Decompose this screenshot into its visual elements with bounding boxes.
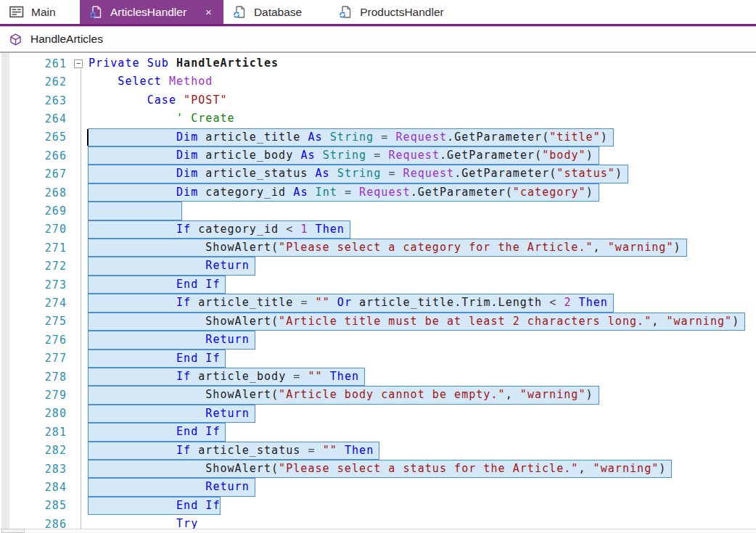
- code-line[interactable]: 269: [0, 202, 756, 220]
- line-number[interactable]: 282: [0, 444, 67, 457]
- code-line[interactable]: 272 Return: [0, 257, 756, 275]
- code-token: [330, 296, 337, 309]
- code-token: ): [659, 462, 666, 475]
- code-line[interactable]: 283 ShowAlert("Please select a status fo…: [0, 460, 756, 478]
- line-number[interactable]: 266: [0, 149, 67, 162]
- code-token: [89, 444, 176, 457]
- code-line[interactable]: 273 End If: [0, 276, 756, 294]
- line-number[interactable]: 283: [0, 463, 67, 476]
- code-token: =: [345, 186, 352, 199]
- line-number[interactable]: 281: [0, 426, 67, 439]
- code-line[interactable]: 275 ShowAlert("Article title must be at …: [0, 313, 756, 331]
- line-number[interactable]: 280: [0, 407, 67, 420]
- code-token: .GetParameter(: [447, 131, 549, 144]
- code-token: [381, 167, 388, 180]
- line-number[interactable]: 264: [0, 112, 67, 125]
- code-token: "Please select a category for the Articl…: [279, 241, 593, 254]
- code-token: category_id: [198, 186, 293, 199]
- code-text: End If: [89, 350, 220, 368]
- code-token: As: [316, 167, 330, 180]
- code-text: ' Create: [89, 110, 235, 128]
- code-token: Then: [345, 444, 374, 457]
- code-line[interactable]: 270 If category_id < 1 Then: [0, 220, 756, 239]
- close-icon[interactable]: ×: [204, 7, 213, 17]
- code-line[interactable]: 281 End If: [0, 423, 756, 441]
- line-number[interactable]: 284: [0, 481, 67, 494]
- code-line[interactable]: 262 Select Method: [0, 73, 756, 91]
- tab-articleshandler[interactable]: ArticlesHandler ×: [80, 0, 223, 24]
- code-line[interactable]: 261−Private Sub HandleArticles: [0, 54, 756, 73]
- line-number[interactable]: 278: [0, 371, 67, 384]
- line-number[interactable]: 269: [0, 204, 67, 218]
- code-token: ): [601, 131, 608, 144]
- code-line[interactable]: 277 End If: [0, 350, 756, 368]
- tab-label: ProductsHandler: [360, 6, 443, 19]
- code-line[interactable]: 267 Dim article_status As String = Reque…: [0, 165, 756, 183]
- code-token: ): [586, 149, 593, 162]
- code-token: [337, 444, 345, 457]
- code-line[interactable]: 285 End If: [0, 497, 756, 515]
- code-editor[interactable]: 261−Private Sub HandleArticles262 Select…: [0, 53, 756, 533]
- tab-productshandler[interactable]: ProductsHandler: [329, 0, 459, 24]
- code-text: ShowAlert("Please select a status for th…: [89, 460, 666, 478]
- line-number[interactable]: 275: [0, 315, 67, 328]
- code-line[interactable]: 279 ShowAlert("Article body cannot be em…: [0, 386, 756, 404]
- code-token: "Article title must be at least 2 charac…: [279, 315, 652, 328]
- line-number[interactable]: 262: [0, 75, 67, 88]
- tab-database[interactable]: Database: [223, 0, 318, 24]
- line-number[interactable]: 263: [0, 94, 67, 107]
- code-line[interactable]: 265 Dim article_title As String = Reques…: [0, 128, 756, 146]
- code-token: <: [549, 296, 556, 309]
- line-number[interactable]: 267: [0, 168, 67, 181]
- code-token: article_body: [198, 149, 300, 162]
- line-number[interactable]: 261: [0, 57, 67, 70]
- code-token: "warning": [520, 388, 586, 401]
- code-token: String: [323, 149, 367, 162]
- line-number[interactable]: 272: [0, 260, 67, 273]
- line-number[interactable]: 268: [0, 186, 67, 199]
- code-token: =: [308, 444, 315, 457]
- code-line[interactable]: 282 If article_status = "" Then: [0, 442, 756, 460]
- code-token: [89, 112, 176, 125]
- code-token: [316, 149, 323, 162]
- line-number[interactable]: 279: [0, 389, 67, 402]
- collapse-marker-icon[interactable]: −: [74, 59, 83, 68]
- code-token: ShowAlert(: [89, 315, 279, 328]
- code-token: End If: [176, 278, 221, 291]
- code-line[interactable]: 268 Dim category_id As Int = Request.Get…: [0, 183, 756, 202]
- line-number[interactable]: 276: [0, 334, 67, 347]
- code-token: 2: [564, 296, 571, 309]
- code-text: Return: [89, 405, 250, 423]
- code-token: If: [176, 444, 191, 457]
- code-token: Return: [205, 407, 250, 420]
- line-number[interactable]: 265: [0, 131, 67, 144]
- code-token: Request: [396, 131, 448, 144]
- code-token: [293, 223, 300, 236]
- code-token: If: [176, 296, 191, 309]
- code-line[interactable]: 278 If article_body = "" Then: [0, 368, 756, 386]
- code-line[interactable]: 276 Return: [0, 331, 756, 349]
- line-number[interactable]: 270: [0, 223, 67, 236]
- code-line[interactable]: 280 Return: [0, 405, 756, 423]
- code-line[interactable]: 274 If article_title = "" Or article_tit…: [0, 294, 756, 312]
- code-token: [337, 186, 345, 199]
- code-token: ShowAlert(: [89, 462, 279, 475]
- line-number[interactable]: 271: [0, 241, 67, 255]
- code-token: [308, 186, 315, 199]
- line-number[interactable]: 285: [0, 499, 67, 512]
- code-line[interactable]: 271 ShowAlert("Please select a category …: [0, 239, 756, 257]
- code-text: Dim article_body As String = Request.Get…: [89, 146, 593, 165]
- code-line[interactable]: 263 Case "POST": [0, 91, 756, 110]
- tab-main[interactable]: Main: [0, 0, 80, 24]
- horizontal-scrollbar[interactable]: [0, 529, 756, 533]
- line-number[interactable]: 274: [0, 297, 67, 310]
- code-token: 1: [300, 223, 308, 236]
- line-number[interactable]: 277: [0, 352, 67, 365]
- scrollbar-corner: [1, 529, 25, 533]
- code-line[interactable]: 284 Return: [0, 478, 756, 496]
- code-line[interactable]: 264 ' Create: [0, 110, 756, 128]
- line-number[interactable]: 273: [0, 278, 67, 292]
- class-icon: [339, 5, 353, 19]
- code-token: [89, 131, 176, 144]
- code-line[interactable]: 266 Dim article_body As String = Request…: [0, 146, 756, 165]
